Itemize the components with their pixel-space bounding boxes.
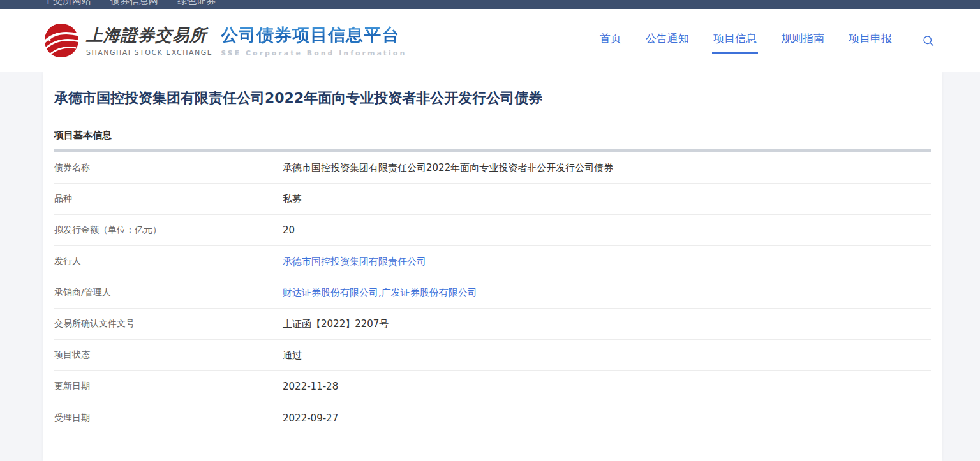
row-label: 品种	[54, 193, 283, 205]
info-table-body: 债券名称承德市国控投资集团有限责任公司2022年面向专业投资者非公开发行公司债券…	[54, 152, 931, 434]
content-card: 承德市国控投资集团有限责任公司2022年面向专业投资者非公开发行公司债券 项目基…	[43, 72, 942, 461]
row-label: 拟发行金额（单位：亿元）	[54, 224, 283, 236]
table-row: 更新日期2022-11-28	[54, 371, 931, 402]
platform-title-cn: 公司债券项目信息平台	[221, 24, 406, 47]
row-value-link[interactable]: 承德市国控投资集团有限责任公司	[283, 256, 426, 268]
table-row: 发行人承德市国控投资集团有限责任公司	[54, 246, 931, 277]
nav-item-2[interactable]: 公告通知	[644, 27, 690, 54]
nav-item-3[interactable]: 项目信息	[712, 27, 758, 54]
topbar-link-3[interactable]: 绿色证券	[177, 0, 216, 7]
row-value: 私募	[283, 193, 302, 205]
table-row: 债券名称承德市国控投资集团有限责任公司2022年面向专业投资者非公开发行公司债券	[54, 152, 931, 184]
row-value: 2022-11-28	[283, 381, 338, 392]
top-utility-bar: 上交所网站债券信息网绿色证券	[0, 0, 980, 9]
row-value: 承德市国控投资集团有限责任公司2022年面向专业投资者非公开发行公司债券	[283, 162, 613, 174]
exchange-name-cn: 上海證券交易所	[86, 24, 212, 47]
section-heading-basic-info: 项目基本信息	[54, 129, 931, 142]
platform-title-en: SSE Corporate Bond Information	[221, 49, 406, 57]
table-row: 受理日期2022-09-27	[54, 402, 931, 434]
nav-item-4[interactable]: 规则指南	[780, 27, 826, 54]
row-label: 更新日期	[54, 381, 283, 392]
table-row: 项目状态通过	[54, 340, 931, 371]
table-row: 承销商/管理人财达证券股份有限公司,广发证券股份有限公司	[54, 277, 931, 309]
row-value: 2022-09-27	[283, 413, 338, 424]
exchange-name-en: SHANGHAI STOCK EXCHANGE	[86, 48, 212, 57]
site-logo: 上海證券交易所 SHANGHAI STOCK EXCHANGE 公司债券项目信息…	[43, 23, 406, 58]
table-row: 拟发行金额（单位：亿元）20	[54, 215, 931, 246]
project-info-table: 债券名称承德市国控投资集团有限责任公司2022年面向专业投资者非公开发行公司债券…	[54, 149, 931, 434]
search-icon[interactable]	[923, 35, 934, 47]
top-utility-links: 上交所网站债券信息网绿色证券	[0, 0, 980, 7]
page-title: 承德市国控投资集团有限责任公司2022年面向专业投资者非公开发行公司债券	[54, 89, 931, 108]
row-value: 20	[283, 224, 295, 236]
exchange-name-block: 上海證券交易所 SHANGHAI STOCK EXCHANGE	[86, 24, 212, 57]
row-label: 债券名称	[54, 162, 283, 173]
row-value: 通过	[283, 349, 302, 362]
nav-item-5[interactable]: 项目申报	[847, 27, 893, 54]
row-value: 上证函【2022】2207号	[283, 318, 389, 330]
nav-item-1[interactable]: 首页	[598, 27, 623, 54]
site-header: 上海證券交易所 SHANGHAI STOCK EXCHANGE 公司债券项目信息…	[0, 9, 980, 72]
platform-title-block: 公司债券项目信息平台 SSE Corporate Bond Informatio…	[221, 24, 406, 57]
row-value-link[interactable]: 财达证券股份有限公司,广发证券股份有限公司	[283, 287, 477, 299]
topbar-link-1[interactable]: 上交所网站	[43, 0, 91, 7]
main-nav: 首页公告通知项目信息规则指南项目申报	[598, 9, 934, 72]
topbar-link-2[interactable]: 债券信息网	[110, 0, 158, 7]
row-label: 发行人	[54, 256, 283, 267]
table-row: 交易所确认文件文号上证函【2022】2207号	[54, 309, 931, 340]
row-label: 交易所确认文件文号	[54, 318, 283, 330]
table-row: 品种私募	[54, 184, 931, 215]
row-label: 承销商/管理人	[54, 287, 283, 298]
row-label: 项目状态	[54, 349, 283, 361]
sse-emblem-icon	[43, 23, 80, 58]
row-label: 受理日期	[54, 413, 283, 424]
